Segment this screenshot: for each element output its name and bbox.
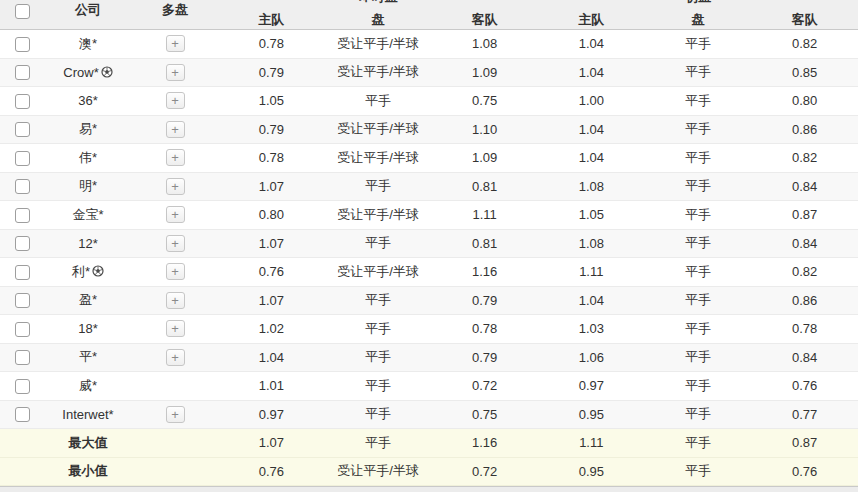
- company-cell: 澳*: [44, 35, 132, 53]
- table-row: 威*1.01平手0.720.97平手0.76: [0, 372, 858, 401]
- expand-multi-odds-button[interactable]: +: [166, 406, 185, 423]
- table-row: 平*+1.04平手0.791.06平手0.84: [0, 344, 858, 373]
- row-checkbox[interactable]: [15, 65, 30, 80]
- select-all-checkbox[interactable]: [15, 4, 30, 19]
- initial-handicap-cell: 平手: [645, 234, 752, 252]
- live-away-odds-cell: 1.09: [431, 65, 538, 80]
- footer-initial-handicap: 平手: [685, 463, 711, 478]
- table-row: 盈*+1.07平手0.791.04平手0.86: [0, 287, 858, 316]
- initial-home-odds-cell: 1.04: [538, 122, 645, 137]
- footer-live-away-odds: 1.16: [472, 435, 497, 450]
- row-checkbox[interactable]: [15, 322, 30, 337]
- initial-away-odds-cell: 0.84: [751, 350, 858, 365]
- live-away-odds: 0.79: [472, 293, 497, 308]
- live-home-odds: 0.76: [259, 264, 284, 279]
- row-checkbox[interactable]: [15, 208, 30, 223]
- initial-away-odds: 0.86: [792, 293, 817, 308]
- initial-away-odds: 0.82: [792, 150, 817, 165]
- live-home-odds-cell: 1.04: [218, 350, 325, 365]
- company-name: 金宝*: [72, 207, 103, 222]
- row-checkbox[interactable]: [15, 122, 30, 137]
- initial-handicap-cell: 平手: [645, 120, 752, 138]
- column-header-initial-away: 客队: [792, 12, 818, 27]
- initial-handicap-cell: 平手: [645, 377, 752, 395]
- live-handicap-cell: 平手: [325, 92, 432, 110]
- initial-handicap: 平手: [685, 93, 711, 108]
- bottom-strip: [0, 486, 858, 492]
- expand-multi-odds-button[interactable]: +: [166, 235, 185, 252]
- initial-handicap: 平手: [685, 36, 711, 51]
- live-home-odds-cell: 1.01: [218, 378, 325, 393]
- row-checkbox[interactable]: [15, 179, 30, 194]
- live-away-odds: 0.81: [472, 179, 497, 194]
- company-name: 盈*: [79, 292, 97, 307]
- multi-odds-cell: +: [132, 64, 218, 81]
- live-away-odds: 1.11: [472, 207, 496, 222]
- multi-odds-cell: +: [132, 320, 218, 337]
- live-handicap: 受让平手/半球: [337, 150, 419, 165]
- live-away-odds-cell: 0.75: [431, 407, 538, 422]
- live-handicap: 平手: [365, 406, 391, 421]
- row-checkbox[interactable]: [15, 350, 30, 365]
- column-header-initial-handicap: 盘: [691, 12, 704, 27]
- header-live-handicap-cell: 盘: [325, 6, 432, 24]
- row-checkbox[interactable]: [15, 236, 30, 251]
- company-cell: 36*: [44, 93, 132, 108]
- company-cell: 威*: [44, 377, 132, 395]
- initial-home-odds: 1.04: [579, 122, 604, 137]
- expand-multi-odds-button[interactable]: +: [166, 121, 185, 138]
- column-header-live-home: 主队: [258, 12, 284, 27]
- header-initial-home-cell: 主队: [538, 6, 645, 24]
- footer-label-cell: 最大值: [44, 434, 132, 452]
- live-away-odds: 0.72: [472, 378, 497, 393]
- table-body: 澳*+0.78受让平手/半球1.081.04平手0.82Crow*+0.79受让…: [0, 30, 858, 429]
- expand-multi-odds-button[interactable]: +: [166, 149, 185, 166]
- expand-multi-odds-button[interactable]: +: [166, 35, 185, 52]
- footer-initial-away-odds-cell: 0.87: [751, 435, 858, 450]
- company-cell: 明*: [44, 177, 132, 195]
- live-home-odds: 1.04: [259, 350, 284, 365]
- table-row: 金宝*+0.80受让平手/半球1.111.05平手0.87: [0, 201, 858, 230]
- initial-away-odds: 0.76: [792, 378, 817, 393]
- row-checkbox[interactable]: [15, 37, 30, 52]
- initial-away-odds-cell: 0.87: [751, 207, 858, 222]
- header-multi-cell: 多盘: [132, 6, 218, 24]
- live-home-odds: 0.79: [259, 122, 284, 137]
- expand-multi-odds-button[interactable]: +: [166, 263, 185, 280]
- initial-handicap: 平手: [685, 207, 711, 222]
- table-row: 12*+1.07平手0.811.08平手0.84: [0, 230, 858, 259]
- initial-handicap: 平手: [685, 121, 711, 136]
- live-handicap: 平手: [365, 292, 391, 307]
- initial-away-odds: 0.80: [792, 93, 817, 108]
- initial-home-odds-cell: 1.08: [538, 179, 645, 194]
- table-row: 利*+0.76受让平手/半球1.161.11平手0.82: [0, 258, 858, 287]
- live-handicap-cell: 受让平手/半球: [325, 206, 432, 224]
- row-checkbox[interactable]: [15, 151, 30, 166]
- live-handicap: 平手: [365, 178, 391, 193]
- multi-odds-cell: +: [132, 178, 218, 195]
- company-name: 澳*: [79, 36, 97, 51]
- expand-multi-odds-button[interactable]: +: [166, 206, 185, 223]
- expand-multi-odds-button[interactable]: +: [166, 292, 185, 309]
- row-checkbox[interactable]: [15, 407, 30, 422]
- footer-live-handicap: 受让平手/半球: [337, 463, 419, 478]
- row-checkbox-cell: [0, 207, 44, 223]
- expand-multi-odds-button[interactable]: +: [166, 320, 185, 337]
- live-away-odds-cell: 0.81: [431, 236, 538, 251]
- initial-away-odds: 0.82: [792, 36, 817, 51]
- footer-initial-away-odds-cell: 0.76: [751, 464, 858, 479]
- expand-multi-odds-button[interactable]: +: [166, 92, 185, 109]
- expand-multi-odds-button[interactable]: +: [166, 64, 185, 81]
- row-checkbox[interactable]: [15, 379, 30, 394]
- row-checkbox-cell: [0, 150, 44, 166]
- row-checkbox[interactable]: [15, 94, 30, 109]
- initial-away-odds-cell: 0.85: [751, 65, 858, 80]
- live-away-odds-cell: 1.10: [431, 122, 538, 137]
- initial-handicap: 平手: [685, 292, 711, 307]
- expand-multi-odds-button[interactable]: +: [166, 349, 185, 366]
- live-away-odds: 1.10: [472, 122, 497, 137]
- row-checkbox[interactable]: [15, 293, 30, 308]
- expand-multi-odds-button[interactable]: +: [166, 178, 185, 195]
- live-home-odds-cell: 1.07: [218, 236, 325, 251]
- row-checkbox[interactable]: [15, 265, 30, 280]
